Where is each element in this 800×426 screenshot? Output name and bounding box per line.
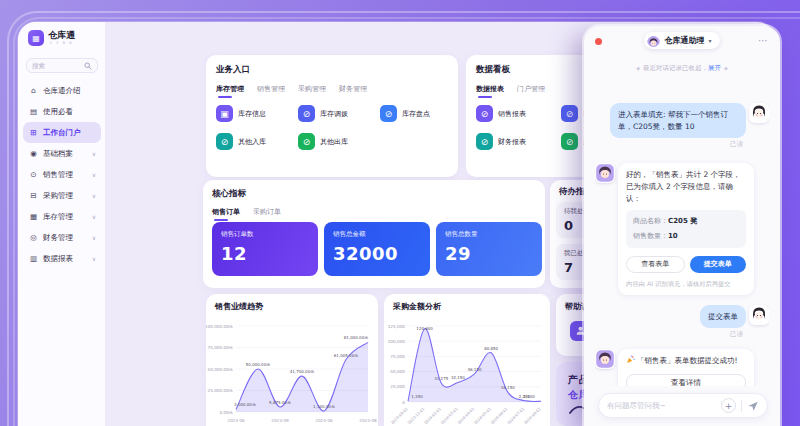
entry-icon: ⊘ — [476, 133, 493, 150]
chat-title: 仓库通助理 — [664, 35, 704, 46]
assistant-text: 好的，「销售表」共计 2 个字段，已为你填入 2 个字段信息，请确认： — [626, 169, 746, 204]
svg-text:50,000.00元: 50,000.00元 — [208, 367, 234, 372]
entry-item-data_board-0[interactable]: ⊘销售报表 — [476, 105, 526, 122]
sidebar-item-label: 库存管理 — [43, 212, 73, 222]
sidebar: ▦ 仓库通 C C B B ⌂仓库通介绍▤使用必看⊞工作台门户◉基础档案∨⊙销售… — [18, 22, 106, 426]
entry-item-business_entry-2[interactable]: ⊘库存盘点 — [380, 105, 430, 122]
sparkle-icon: ◆ — [636, 65, 640, 71]
tab-business_entry-0[interactable]: 库存管理 — [216, 84, 244, 98]
desktop-background: ▦ 仓库通 C C B B ⌂仓库通介绍▤使用必看⊞工作台门户◉基础档案∨⊙销售… — [0, 0, 800, 426]
stat-label: 销售订单数 — [221, 230, 309, 239]
sidebar-item-finance[interactable]: ◎财务管理∨ — [23, 227, 101, 248]
divider — [741, 400, 742, 412]
svg-text:75,000.00元: 75,000.00元 — [208, 345, 234, 350]
entry-item-business_entry-0[interactable]: ▣库存信息 — [216, 105, 266, 122]
chat-input[interactable] — [607, 401, 716, 410]
sidebar-item-purchase[interactable]: ⊟采购管理∨ — [23, 185, 101, 206]
expand-link[interactable]: 展开 — [708, 64, 721, 72]
assistant-bubble: 「销售表」表单数据提交成功!查看详情 — [618, 349, 754, 386]
entry-item-data_board-3[interactable]: ⊘财务报表 — [476, 133, 526, 150]
entry-icon: ⊘ — [561, 105, 578, 122]
assistant-chat-panel: 仓库通助理 ▾ ⋯ ◆最近对话记录已收起，展开◆进入表单填充: 帮我下一个销售订… — [584, 26, 780, 426]
user-avatar — [749, 305, 769, 325]
svg-text:2024-08-01: 2024-08-01 — [523, 406, 543, 426]
svg-text:0: 0 — [402, 400, 405, 405]
archive-icon: ◉ — [29, 149, 38, 158]
entry-item-business_entry-3[interactable]: ⊘其他入库 — [216, 133, 266, 150]
search-input[interactable] — [32, 62, 81, 70]
sidebar-item-home[interactable]: ⌂仓库通介绍 — [23, 80, 101, 101]
view-detail-button[interactable]: 查看详情 — [626, 374, 746, 386]
svg-text:1,100: 1,100 — [523, 394, 535, 399]
sidebar-search[interactable] — [26, 58, 98, 73]
read-status: 已读 — [595, 140, 743, 149]
sidebar-menu: ⌂仓库通介绍▤使用必看⊞工作台门户◉基础档案∨⊙销售管理∨⊟采购管理∨▦库存管理… — [23, 80, 101, 269]
sidebar-item-report[interactable]: ▥数据报表∨ — [23, 248, 101, 269]
app-logo-icon: ▦ — [28, 30, 44, 46]
stat-label: 销售总金额 — [333, 230, 421, 239]
core-metrics-tabs: 销售订单采购订单 — [212, 207, 281, 221]
purchase-analysis-card: 采购金额分析 025,00050,00075,000100,000125,000… — [384, 294, 550, 426]
core-metrics-card: 核心指标 销售订单采购订单 销售订单数12销售总金额32000销售总数量29 — [203, 180, 545, 288]
chat-messages: ◆最近对话记录已收起，展开◆进入表单填充: 帮我下一个销售订单，C205凳，数量… — [595, 56, 769, 386]
add-attachment-icon[interactable]: + — [721, 398, 736, 413]
assistant-text: 「销售表」表单数据提交成功! — [626, 355, 746, 367]
entry-item-business_entry-4[interactable]: ⊘其他出库 — [298, 133, 348, 150]
sidebar-item-portal[interactable]: ⊞工作台门户 — [23, 122, 101, 143]
sidebar-item-sales[interactable]: ⊙销售管理∨ — [23, 164, 101, 185]
tab-data_board-1[interactable]: 门户管理 — [517, 84, 545, 98]
sidebar-item-label: 基础档案 — [43, 149, 73, 159]
sidebar-item-archive[interactable]: ◉基础档案∨ — [23, 143, 101, 164]
chat-header-dropdown[interactable]: 仓库通助理 ▾ — [644, 32, 719, 49]
data-board-title: 数据看板 — [476, 64, 510, 76]
entry-icon: ⊘ — [561, 133, 578, 150]
send-icon[interactable] — [747, 400, 759, 412]
sales-trend-chart: 0.00元25,000.00元50,000.00元75,000.00元100,0… — [206, 314, 378, 426]
chat-message-assistant: 「销售表」表单数据提交成功!查看详情 — [595, 349, 769, 386]
form-field-label: 销售数量： — [633, 232, 668, 240]
entry-item-business_entry-1[interactable]: ⊘库存调拨 — [298, 105, 348, 122]
entry-label: 其他入库 — [238, 137, 266, 147]
svg-text:41,700.00元: 41,700.00元 — [290, 369, 314, 374]
chevron-down-icon: ∨ — [92, 214, 96, 220]
form-preview: 商品名称：C205 凳销售数量：10 — [626, 210, 746, 248]
chevron-down-icon: ∨ — [92, 151, 96, 157]
chevron-down-icon: ∨ — [92, 256, 96, 262]
purchase-icon: ⊟ — [29, 191, 38, 200]
entry-label: 财务报表 — [498, 137, 526, 147]
tab-business_entry-2[interactable]: 采购管理 — [298, 84, 326, 98]
svg-text:25,000: 25,000 — [390, 384, 405, 389]
svg-text:0.00元: 0.00元 — [219, 410, 233, 415]
svg-text:1,350: 1,350 — [411, 394, 423, 399]
stat-value: 29 — [445, 243, 533, 264]
svg-text:31,275: 31,275 — [434, 376, 448, 381]
view-form-button[interactable]: 查看表单 — [626, 256, 685, 273]
tab-core_metrics-1[interactable]: 采购订单 — [253, 207, 281, 221]
finance-icon: ◎ — [29, 233, 38, 242]
sidebar-item-label: 仓库通介绍 — [43, 86, 81, 96]
chevron-down-icon: ▾ — [708, 37, 711, 44]
submit-form-button[interactable]: 提交表单 — [690, 256, 747, 273]
search-icon — [84, 62, 92, 70]
stat-tile-1: 销售总金额32000 — [324, 222, 430, 276]
sidebar-item-inventory[interactable]: ▦库存管理∨ — [23, 206, 101, 227]
more-menu-icon[interactable]: ⋯ — [758, 35, 768, 46]
entry-icon: ⊘ — [476, 105, 493, 122]
entry-label: 库存调拨 — [320, 109, 348, 119]
form-field-value: C205 凳 — [668, 217, 697, 225]
svg-text:75,000: 75,000 — [390, 354, 405, 359]
svg-text:125,000: 125,000 — [388, 324, 406, 329]
tab-business_entry-3[interactable]: 财务管理 — [339, 84, 367, 98]
close-icon[interactable] — [595, 38, 602, 45]
purchase-analysis-chart: 025,00050,00075,000100,000125,0002023-09… — [384, 314, 550, 426]
data-board-tabs: 数据报表门户管理 — [476, 84, 545, 98]
chat-input-bar[interactable]: + — [598, 393, 768, 418]
tab-data_board-0[interactable]: 数据报表 — [476, 84, 504, 98]
tab-business_entry-1[interactable]: 销售管理 — [257, 84, 285, 98]
chat-message-assistant: 好的，「销售表」共计 2 个字段，已为你填入 2 个字段信息，请确认：商品名称：… — [595, 163, 769, 294]
assistant-avatar — [595, 349, 615, 369]
sidebar-item-doc[interactable]: ▤使用必看 — [23, 101, 101, 122]
form-field-label: 商品名称： — [633, 217, 668, 225]
entry-label: 销售报表 — [498, 109, 526, 119]
tab-core_metrics-0[interactable]: 销售订单 — [212, 207, 240, 221]
